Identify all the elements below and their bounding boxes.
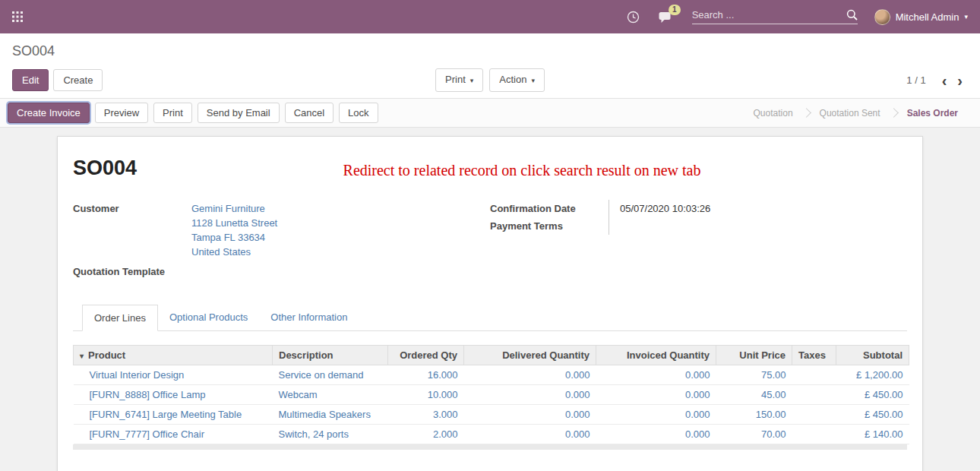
cell-unit-price[interactable]: 45.00 [716,385,792,405]
avatar [874,9,890,25]
edit-button[interactable]: Edit [12,69,49,91]
cell-description[interactable]: Multimedia Speakers [273,405,388,425]
apps-menu-icon[interactable] [12,11,23,22]
cell-taxes[interactable] [792,425,836,444]
cell-delivered-qty[interactable]: 0.000 [464,405,596,425]
customer-address-line: United States [191,245,490,259]
cell-taxes[interactable] [792,365,836,385]
search-icon[interactable] [846,9,858,21]
cell-subtotal[interactable]: £ 1,200.00 [836,365,909,385]
form-sheet: SO004 Redirect to related record on clic… [57,136,923,471]
control-panel: SO004 Edit Create Print▾ Action▾ 1 / 1 ‹… [0,33,980,98]
notebook-tabs: Order Lines Optional Products Other Info… [73,305,907,331]
table-row[interactable]: [FURN_8888] Office Lamp Webcam 10.000 0.… [74,385,909,405]
cell-ordered-qty[interactable]: 16.000 [388,365,464,385]
tab-optional-products[interactable]: Optional Products [158,305,259,331]
column-header-description[interactable]: Description [273,346,388,365]
customer-name-link[interactable]: Gemini Furniture [191,201,490,216]
cell-ordered-qty[interactable]: 10.000 [388,385,464,405]
table-footer-strip [73,444,907,450]
column-header-delivered-quantity[interactable]: Delivered Quantity [464,346,596,365]
print-menu-button[interactable]: Print▾ [435,68,483,92]
column-header-unit-price[interactable]: Unit Price [716,346,792,365]
status-pipeline: Quotation Quotation Sent Sales Order [744,104,972,122]
cell-subtotal[interactable]: £ 450.00 [836,385,909,405]
table-row[interactable]: Virtual Interior Design Service on deman… [74,365,909,385]
send-by-email-button[interactable]: Send by Email [198,103,280,123]
cell-product[interactable]: Virtual Interior Design [74,365,273,385]
cell-delivered-qty[interactable]: 0.000 [464,385,596,405]
search-box [692,9,858,24]
create-button[interactable]: Create [53,69,103,91]
confirmation-date-label: Confirmation Date [490,200,609,217]
cell-subtotal[interactable]: £ 450.00 [836,405,909,425]
lock-button[interactable]: Lock [339,103,378,123]
table-header-row: ▾Product Description Ordered Qty Deliver… [74,346,909,365]
field-group-left: Customer Gemini Furniture 1128 Lunetta S… [73,200,490,280]
column-header-taxes[interactable]: Taxes [792,346,836,365]
breadcrumb-title: SO004 [12,43,55,58]
cell-unit-price[interactable]: 70.00 [716,425,792,444]
column-header-ordered-qty[interactable]: Ordered Qty [388,346,464,365]
messages-icon[interactable]: 1 [658,11,672,24]
sort-caret-icon: ▾ [80,352,84,360]
status-step-sales-order[interactable]: Sales Order [897,104,968,122]
print-button[interactable]: Print [153,103,192,123]
cell-unit-price[interactable]: 150.00 [716,405,792,425]
statusbar: Create Invoice Preview Print Send by Ema… [0,98,980,128]
pager-previous-button[interactable]: ‹ [937,75,953,86]
user-name: Mitchell Admin [896,11,959,23]
cell-delivered-qty[interactable]: 0.000 [464,425,596,444]
pager-next-button[interactable]: › [952,75,968,86]
payment-terms-label: Payment Terms [490,217,609,235]
confirmation-date-value: 05/07/2020 10:03:26 [609,200,907,217]
content-area: SO004 Redirect to related record on clic… [0,128,980,471]
cell-subtotal[interactable]: £ 140.00 [836,425,909,444]
user-menu[interactable]: Mitchell Admin ▾ [874,9,968,25]
quotation-template-value [191,263,490,280]
cell-invoiced-qty[interactable]: 0.000 [596,385,716,405]
message-counter-badge: 1 [669,5,681,15]
table-row[interactable]: [FURN_7777] Office Chair Switch, 24 port… [74,425,909,444]
customer-address-line: Tampa FL 33634 [191,230,490,245]
cell-product[interactable]: [FURN_8888] Office Lamp [74,385,273,405]
column-header-label: Product [88,349,125,361]
tab-other-information[interactable]: Other Information [259,305,359,331]
customer-label: Customer [73,200,191,261]
cell-taxes[interactable] [792,405,836,425]
quotation-template-label: Quotation Template [73,263,191,280]
cell-invoiced-qty[interactable]: 0.000 [596,365,716,385]
column-header-product[interactable]: ▾Product [74,346,273,365]
cell-ordered-qty[interactable]: 2.000 [388,425,464,444]
cell-invoiced-qty[interactable]: 0.000 [596,405,716,425]
cell-description[interactable]: Webcam [273,385,388,405]
cell-unit-price[interactable]: 75.00 [716,365,792,385]
record-title: SO004 [73,156,137,180]
tab-order-lines[interactable]: Order Lines [82,305,158,331]
create-invoice-button[interactable]: Create Invoice [8,103,90,123]
topbar: 1 Mitchell Admin ▾ [0,0,980,33]
cell-product[interactable]: [FURN_6741] Large Meeting Table [74,405,273,425]
action-menu-button[interactable]: Action▾ [489,68,545,92]
status-step-quotation-sent[interactable]: Quotation Sent [810,104,890,122]
column-header-invoiced-quantity[interactable]: Invoiced Quantity [596,346,716,365]
status-step-quotation[interactable]: Quotation [744,104,803,122]
action-menu-label: Action [499,74,526,85]
cancel-button[interactable]: Cancel [285,103,334,123]
cell-delivered-qty[interactable]: 0.000 [464,365,596,385]
search-input[interactable] [692,9,846,21]
preview-button[interactable]: Preview [95,103,148,123]
cell-ordered-qty[interactable]: 3.000 [388,405,464,425]
cell-invoiced-qty[interactable]: 0.000 [596,425,716,444]
pager-count: 1 / 1 [906,74,925,86]
cell-taxes[interactable] [792,385,836,405]
order-lines-table: ▾Product Description Ordered Qty Deliver… [73,345,909,444]
column-header-subtotal[interactable]: Subtotal [836,346,909,365]
table-row[interactable]: [FURN_6741] Large Meeting Table Multimed… [74,405,909,425]
cell-product[interactable]: [FURN_7777] Office Chair [74,425,273,444]
chevron-down-icon: ▾ [470,77,474,84]
cell-description[interactable]: Switch, 24 ports [273,425,388,444]
print-menu-label: Print [445,74,466,85]
cell-description[interactable]: Service on demand [273,365,388,385]
activities-clock-icon[interactable] [627,11,640,24]
